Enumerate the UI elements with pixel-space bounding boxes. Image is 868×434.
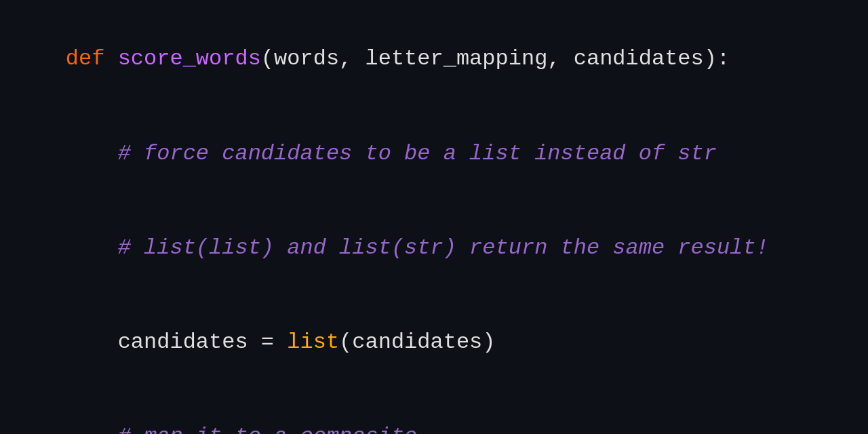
function-params: (words, letter_mapping, candidates): [261, 46, 730, 71]
comment-1: # force candidates to be a list instead … [66, 141, 717, 166]
comment-3: # map it to a composite [66, 424, 417, 434]
code-candidates-assign: candidates = [66, 330, 287, 355]
keyword-def: def [66, 46, 118, 71]
code-line-1: def score_words(words, letter_mapping, c… [14, 12, 854, 106]
code-candidates-args: (candidates) [339, 330, 495, 355]
code-editor: def score_words(words, letter_mapping, c… [0, 0, 868, 434]
code-line-4: candidates = list(candidates) [14, 296, 854, 390]
builtin-list: list [287, 330, 339, 355]
function-name: score_words [118, 46, 261, 71]
code-line-2: # force candidates to be a list instead … [14, 106, 854, 201]
code-line-3: # list(list) and list(str) return the sa… [14, 201, 854, 295]
code-line-5: # map it to a composite [14, 390, 854, 434]
comment-2: # list(list) and list(str) return the sa… [66, 235, 769, 260]
